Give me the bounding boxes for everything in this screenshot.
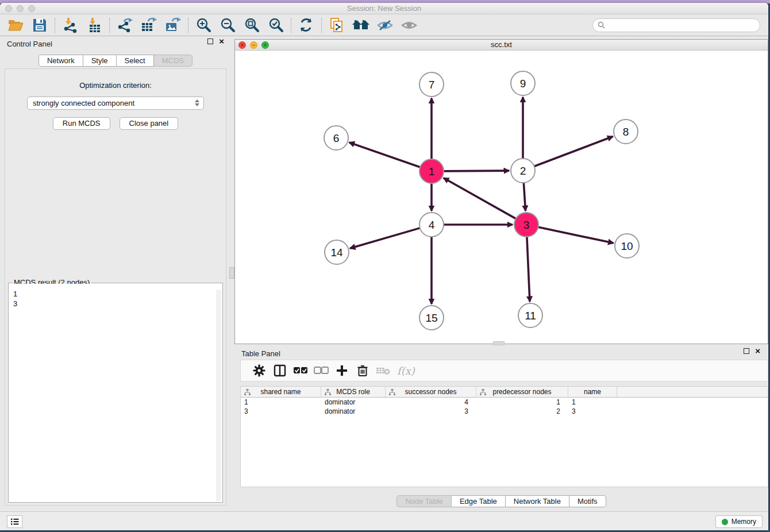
- import-table-icon[interactable]: [84, 17, 104, 34]
- cell-name[interactable]: 3: [568, 407, 617, 416]
- delete-table-icon: [373, 362, 394, 379]
- result-scrollbar[interactable]: [216, 290, 221, 501]
- table-panel-title: Table Panel: [241, 349, 280, 358]
- network-canvas[interactable]: 7968124314101511: [235, 51, 768, 344]
- apply-layout-icon[interactable]: [297, 17, 316, 34]
- select-stepper-icon: [195, 99, 199, 106]
- task-history-button[interactable]: [7, 515, 22, 528]
- search-input[interactable]: [608, 21, 760, 29]
- edge-1-6[interactable]: [349, 142, 421, 167]
- network-overview-icon[interactable]: [327, 17, 346, 34]
- select-all-icon[interactable]: [290, 362, 311, 379]
- deselect-all-icon[interactable]: [311, 362, 332, 379]
- float-panel-icon[interactable]: [207, 38, 213, 44]
- gear-icon[interactable]: [249, 362, 270, 379]
- delete-column-icon[interactable]: [352, 362, 373, 379]
- graph-node-label-10: 10: [621, 240, 633, 252]
- edge-4-14[interactable]: [350, 228, 420, 248]
- cell-mcds-role[interactable]: dominator: [321, 407, 386, 416]
- maximize-window-button[interactable]: [28, 5, 35, 12]
- graph-node-label-7: 7: [429, 79, 435, 91]
- tab-edge-table[interactable]: Edge Table: [452, 495, 506, 507]
- column-header-name[interactable]: name: [568, 387, 617, 397]
- zoom-fit-icon[interactable]: [242, 17, 261, 34]
- cell-shared-name[interactable]: 1: [241, 398, 321, 407]
- edge-3-1[interactable]: [444, 178, 516, 219]
- vertical-splitter-handle[interactable]: [229, 267, 234, 279]
- zoom-selected-icon[interactable]: [266, 17, 286, 34]
- network-minimize-button[interactable]: −: [250, 41, 257, 49]
- column-header-shared-name[interactable]: shared name: [241, 387, 321, 397]
- table-row[interactable]: 1 dominator 4 1 1: [241, 398, 768, 407]
- list-icon: [10, 517, 20, 526]
- search-field[interactable]: [592, 18, 760, 32]
- edge-1-2[interactable]: [444, 171, 509, 171]
- home-icon[interactable]: [351, 17, 371, 34]
- cell-mcds-role[interactable]: dominator: [321, 398, 386, 407]
- hierarchy-icon: [325, 389, 331, 395]
- zoom-out-icon[interactable]: [218, 17, 237, 34]
- toolbar-separator: [109, 18, 110, 33]
- close-panel-icon[interactable]: ×: [219, 38, 224, 45]
- tab-select[interactable]: Select: [117, 55, 154, 67]
- memory-button[interactable]: Memory: [715, 515, 763, 528]
- graph-node-label-6: 6: [333, 132, 340, 144]
- graph-node-label-3: 3: [523, 219, 530, 231]
- export-table-icon[interactable]: [139, 17, 159, 34]
- hierarchy-icon: [244, 389, 251, 395]
- run-mcds-button[interactable]: Run MCDS: [53, 117, 110, 130]
- table-toolbar: f(x): [240, 360, 768, 381]
- cell-name[interactable]: 1: [568, 398, 617, 407]
- tab-network[interactable]: Network: [38, 55, 83, 67]
- tab-style[interactable]: Style: [83, 55, 117, 67]
- cell-predecessor-nodes[interactable]: 2: [476, 407, 568, 416]
- cell-successor-nodes[interactable]: 4: [386, 398, 476, 407]
- show-panel-icon[interactable]: [399, 17, 419, 34]
- split-columns-icon[interactable]: [270, 362, 290, 379]
- table-row[interactable]: 3 dominator 3 2 3: [241, 407, 768, 416]
- control-panel: Control Panel × Network Style Select MCD…: [0, 36, 231, 511]
- tab-motifs[interactable]: Motifs: [569, 495, 606, 507]
- search-icon: [598, 21, 605, 29]
- column-header-successor-nodes[interactable]: successor nodes: [386, 387, 476, 397]
- export-image-icon[interactable]: [163, 17, 183, 34]
- edge-3-11[interactable]: [527, 237, 530, 302]
- toolbar-separator: [55, 18, 55, 33]
- column-header-mcds-role[interactable]: MCDS role: [321, 387, 386, 397]
- optimization-criterion-select[interactable]: strongly connected component: [27, 97, 204, 110]
- zoom-in-icon[interactable]: [194, 17, 213, 34]
- close-table-panel-icon[interactable]: ×: [755, 348, 760, 354]
- mcds-result-list[interactable]: 1 3: [9, 284, 222, 502]
- close-window-button[interactable]: [5, 5, 12, 12]
- cell-successor-nodes[interactable]: 3: [386, 407, 476, 416]
- network-maximize-button[interactable]: +: [261, 41, 269, 49]
- cell-shared-name[interactable]: 3: [241, 407, 321, 416]
- hide-panel-icon[interactable]: [375, 17, 395, 34]
- close-panel-button[interactable]: Close panel: [120, 117, 179, 130]
- network-window-title: scc.txt: [235, 40, 768, 50]
- save-session-icon[interactable]: [30, 17, 49, 34]
- add-column-icon[interactable]: [332, 362, 352, 379]
- edge-3-10[interactable]: [538, 227, 614, 243]
- edge-2-8[interactable]: [534, 137, 613, 167]
- graph-node-label-15: 15: [425, 312, 437, 324]
- main-toolbar: [0, 14, 768, 36]
- tab-mcds[interactable]: MCDS: [154, 55, 192, 67]
- window-titlebar: Session: New Session: [0, 3, 768, 14]
- minimize-window-button[interactable]: [17, 5, 24, 12]
- network-close-button[interactable]: ×: [238, 41, 246, 49]
- toolbar-separator: [291, 18, 291, 33]
- column-header-predecessor-nodes[interactable]: predecessor nodes: [476, 387, 568, 397]
- tab-network-table[interactable]: Network Table: [506, 495, 569, 507]
- horizontal-splitter-handle[interactable]: [493, 341, 505, 345]
- cell-predecessor-nodes[interactable]: 1: [476, 398, 568, 407]
- open-file-icon[interactable]: [6, 17, 25, 34]
- float-table-panel-icon[interactable]: [744, 348, 749, 354]
- import-network-icon[interactable]: [60, 17, 80, 34]
- memory-status-icon: [722, 519, 728, 525]
- node-table-header: shared name MCDS role successor nodes pr…: [241, 387, 768, 398]
- export-network-icon[interactable]: [115, 17, 134, 34]
- edge-2-3[interactable]: [523, 183, 525, 211]
- table-panel: Table Panel ×: [234, 346, 768, 511]
- tab-node-table[interactable]: Node Table: [396, 495, 452, 507]
